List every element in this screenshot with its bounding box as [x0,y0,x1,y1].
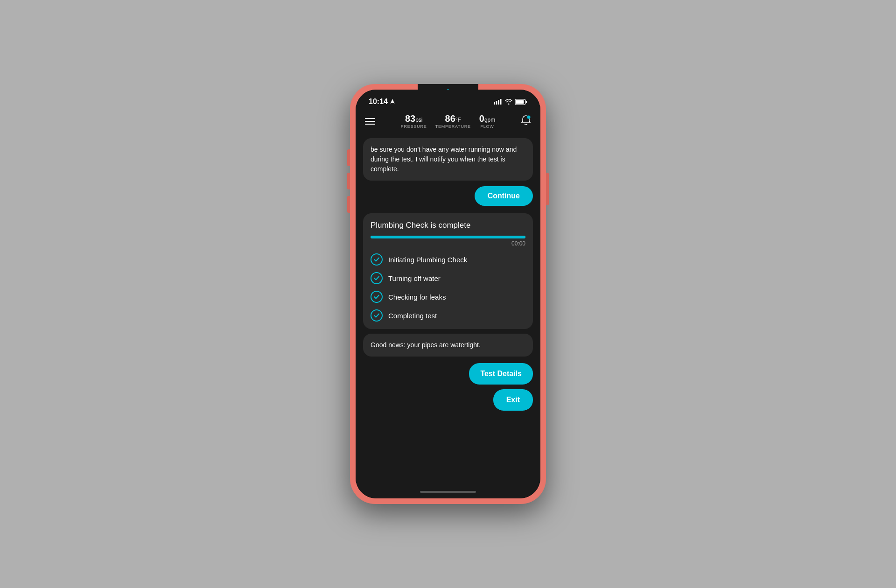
test-details-button-row: Test Details [356,358,540,386]
phone-frame: 10:14 [350,84,546,504]
flow-stat: 0gpm FLOW [479,114,495,129]
checkmark-icon [373,256,380,263]
svg-rect-6 [516,100,524,104]
plumbing-check-title: Plumbing Check is complete [371,221,525,230]
flow-value: 0gpm [479,114,495,123]
temperature-stat: 86°F TEMPERATURE [435,114,471,129]
hamburger-menu[interactable] [365,118,375,125]
list-item: Checking for leaks [371,291,525,303]
message-bubble-bottom: Good news: your pipes are watertight. [363,334,533,357]
flow-label: FLOW [480,124,494,129]
phone-screen: 10:14 [356,90,540,498]
status-bar: 10:14 [356,90,540,110]
checklist-label-1: Initiating Plumbing Check [388,256,467,264]
exit-button[interactable]: Exit [493,389,533,411]
status-time: 10:14 [369,98,395,106]
home-bar [420,491,476,493]
check-circle-3 [371,291,383,303]
progress-track [371,236,525,238]
exit-button-row: Exit [356,386,540,418]
svg-rect-2 [498,100,499,105]
pressure-label: PRESSURE [401,124,427,129]
svg-rect-0 [494,102,495,105]
checkmark-icon [373,312,380,319]
stats-group: 83psi PRESSURE 86°F TEMPERATURE 0gpm FLO… [401,114,496,129]
checklist-label-2: Turning off water [388,274,441,282]
time-display: 10:14 [369,98,388,106]
check-circle-4 [371,309,383,322]
test-details-button[interactable]: Test Details [469,363,533,385]
hamburger-line-1 [365,118,375,119]
progress-container: 00:00 [371,236,525,247]
svg-rect-3 [500,99,502,105]
wifi-icon [505,99,512,105]
battery-icon [515,99,527,105]
svg-point-7 [527,116,531,119]
svg-rect-1 [496,101,497,105]
pressure-value: 83psi [405,114,423,123]
temperature-label: TEMPERATURE [435,124,471,129]
svg-rect-5 [526,101,527,103]
progress-time: 00:00 [371,240,525,247]
list-item: Turning off water [371,272,525,284]
scroll-content[interactable]: be sure you don't have any water running… [356,134,540,485]
signal-icon [494,99,502,105]
checkmark-icon [373,294,380,300]
status-icons [494,99,527,105]
check-circle-1 [371,253,383,266]
bell-icon[interactable] [521,115,531,128]
home-indicator [356,485,540,498]
progress-fill [371,236,525,238]
message-top-text: be sure you don't have any water running… [371,145,525,174]
message-bottom-text: Good news: your pipes are watertight. [371,340,525,350]
checklist-label-3: Checking for leaks [388,293,446,301]
message-bubble-top: be sure you don't have any water running… [363,138,533,181]
check-circle-2 [371,272,383,284]
location-icon [390,99,395,105]
hamburger-line-2 [365,121,375,122]
continue-button[interactable]: Continue [475,186,533,206]
plumbing-section: Plumbing Check is complete 00:00 [363,213,533,329]
pressure-stat: 83psi PRESSURE [401,114,427,129]
checkmark-icon [373,275,380,281]
checklist-label-4: Completing test [388,312,437,320]
list-item: Completing test [371,309,525,322]
hamburger-line-3 [365,124,375,125]
temperature-value: 86°F [445,114,461,123]
continue-button-row: Continue [356,181,540,211]
header-bar: 83psi PRESSURE 86°F TEMPERATURE 0gpm FLO… [356,110,540,134]
checklist: Initiating Plumbing Check Turning off wa… [371,253,525,322]
list-item: Initiating Plumbing Check [371,253,525,266]
